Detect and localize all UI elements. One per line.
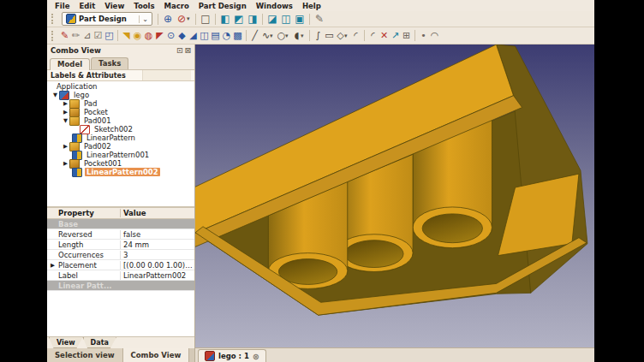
tab-view[interactable]: View: [49, 337, 83, 348]
measure-icon[interactable]: ✎: [313, 12, 326, 26]
property-row-reversed[interactable]: Reversed false: [47, 229, 194, 240]
tree-item-application[interactable]: Application: [47, 82, 194, 91]
mdi-tab-close-icon[interactable]: ⊗: [253, 352, 259, 361]
menu-windows[interactable]: Windows: [252, 2, 297, 10]
tree-item-linearpattern002[interactable]: LinearPattern002: [47, 168, 194, 176]
draft-tool-icon[interactable]: ◢: [188, 29, 199, 43]
bspline-tool-icon[interactable]: ∫: [313, 29, 324, 43]
carbon-copy-icon[interactable]: ⊞: [401, 29, 412, 43]
value-column-header: Value: [120, 209, 194, 217]
mirrored-tool-icon[interactable]: ◫: [199, 29, 210, 43]
create-sketch-icon[interactable]: ✎: [59, 29, 70, 43]
mdi-tab-label: lego : 1: [218, 352, 249, 360]
property-group-linear-pattern[interactable]: Linear Patt...: [47, 281, 194, 291]
expander-closed-icon[interactable]: ▶: [62, 160, 69, 167]
tree-item-linearpattern001[interactable]: LinearPattern001: [47, 151, 194, 159]
toolbar-handle[interactable]: [51, 14, 57, 24]
freecad-document-icon: [205, 351, 215, 361]
property-row-length[interactable]: Length 24 mm: [47, 240, 194, 250]
view-right-icon[interactable]: ◨: [246, 12, 259, 26]
polygon-caret-icon[interactable]: ▾: [344, 33, 350, 39]
conic-caret-icon[interactable]: ▾: [301, 33, 307, 39]
expander-closed-icon[interactable]: ▶: [62, 109, 69, 116]
groove-tool-icon[interactable]: ◍: [143, 29, 154, 43]
tree-item-pad[interactable]: ▶ Pad: [47, 99, 194, 108]
menu-help[interactable]: Help: [298, 2, 325, 10]
3d-viewport[interactable]: [195, 45, 594, 347]
pad-tool-icon[interactable]: ◥: [121, 29, 132, 43]
fillet-tool-icon[interactable]: ◜: [350, 29, 361, 43]
linear-pattern-tool-icon[interactable]: ▤: [210, 29, 221, 43]
property-row-occurrences[interactable]: Occurrences 3: [47, 250, 194, 260]
polar-pattern-tool-icon[interactable]: ◔: [221, 29, 232, 43]
draw-style-caret-icon[interactable]: ▾: [187, 15, 193, 22]
tab-data[interactable]: Data: [83, 337, 116, 348]
view-bottom-icon[interactable]: ◫: [279, 12, 293, 26]
polyline-caret-icon[interactable]: ▾: [270, 33, 276, 39]
tree-item-pad001[interactable]: ▼ Pad001: [47, 116, 194, 125]
view-top-icon[interactable]: ◩: [232, 12, 246, 26]
3d-canvas[interactable]: [195, 45, 594, 347]
tree-item-pad002[interactable]: ▶ Pad002: [47, 142, 194, 151]
menu-view[interactable]: View: [100, 2, 128, 10]
tree-item-pocket[interactable]: ▶ Pocket: [47, 108, 194, 116]
toolbar-separator: [215, 14, 216, 25]
tree-item-pocket001[interactable]: ▶ Pocket001: [47, 159, 194, 168]
edit-sketch-icon[interactable]: ✏: [70, 29, 81, 43]
property-group-base[interactable]: Base: [47, 219, 194, 229]
panel-float-icon[interactable]: ⊡: [176, 46, 183, 55]
dock-tab-bar: Selection view Combo View: [47, 348, 194, 362]
arc-tool-icon[interactable]: ◠: [429, 29, 440, 43]
pocket-tool-icon[interactable]: ◤: [154, 29, 165, 43]
expander-open-icon[interactable]: ▼: [51, 92, 59, 98]
pocket-blind-tool-icon[interactable]: ◆: [176, 29, 188, 43]
hole-tool-icon[interactable]: ⊙: [165, 29, 176, 43]
expander-open-icon[interactable]: ▼: [62, 117, 69, 124]
point-tool-icon[interactable]: •: [418, 29, 429, 43]
panel-close-icon[interactable]: ⊠: [184, 46, 191, 55]
expander-closed-icon[interactable]: ▶: [62, 143, 69, 150]
map-sketch-icon[interactable]: ⊿: [81, 29, 92, 43]
tab-model[interactable]: Model: [50, 58, 90, 70]
dock-tab-selection-view[interactable]: Selection view: [47, 348, 123, 362]
tube2-hole: [345, 240, 403, 268]
tab-tasks[interactable]: Tasks: [91, 57, 128, 69]
property-row-placement[interactable]: ▶Placement [(0.00 0.00 1.00); 0 °; (0 mm…: [47, 260, 194, 270]
create-body-icon[interactable]: ◰: [104, 29, 115, 43]
model-tree: Application ▼ lego ▶ Pad ▶ Pocket: [47, 81, 194, 206]
view-axonometric-icon[interactable]: □: [199, 12, 212, 26]
tube3-hole: [422, 214, 482, 243]
view-left-icon[interactable]: ▣: [293, 12, 307, 26]
combo-view-title: Combo View: [51, 46, 101, 55]
menu-file[interactable]: File: [51, 2, 74, 10]
property-row-label[interactable]: Label LinearPattern002: [47, 270, 194, 281]
menu-edit[interactable]: Edit: [75, 2, 99, 10]
toolbar-view: Part Design ⌄ ⊕ ⊘ ▾ □ ◧ ◩ ◨ ◪ ◫ ▣ ✎: [47, 11, 594, 27]
expander-closed-icon[interactable]: ▶: [62, 100, 69, 107]
view-rear-icon[interactable]: ◪: [265, 12, 279, 26]
tree-item-lego[interactable]: ▼ lego: [47, 91, 194, 99]
fit-all-icon[interactable]: ⊕: [161, 12, 175, 26]
tree-item-linearpattern[interactable]: LinearPattern: [47, 134, 194, 142]
freecad-window: File Edit View Tools Macro Part Design W…: [47, 0, 594, 362]
menu-part-design[interactable]: Part Design: [194, 2, 251, 10]
corner-tool-icon[interactable]: ◜: [367, 29, 379, 43]
external-geometry-icon[interactable]: ↗: [390, 29, 401, 43]
tree-column-divider: [142, 70, 191, 80]
tree-item-sketch002[interactable]: Sketch002: [47, 125, 194, 134]
menu-macro[interactable]: Macro: [160, 2, 194, 10]
dock-tab-combo-view[interactable]: Combo View: [123, 348, 190, 362]
workbench-selector[interactable]: Part Design ⌄: [62, 12, 152, 26]
trim-tool-icon[interactable]: ✕: [379, 29, 390, 43]
revolution-tool-icon[interactable]: ◉: [132, 29, 143, 43]
toolbar-handle[interactable]: [51, 31, 57, 41]
placement-expander-icon[interactable]: ▶: [51, 262, 57, 269]
circle-caret-icon[interactable]: ▾: [285, 33, 291, 39]
line-tool-icon[interactable]: ╱: [249, 29, 260, 43]
multitransform-tool-icon[interactable]: ▩: [232, 29, 243, 43]
rectangle-tool-icon[interactable]: ▭: [324, 29, 335, 43]
menu-tools[interactable]: Tools: [129, 2, 158, 10]
view-front-icon[interactable]: ◧: [218, 12, 232, 26]
mdi-tab-lego[interactable]: lego : 1 ⊗: [198, 349, 266, 362]
validate-sketch-icon[interactable]: ☑: [92, 29, 104, 43]
